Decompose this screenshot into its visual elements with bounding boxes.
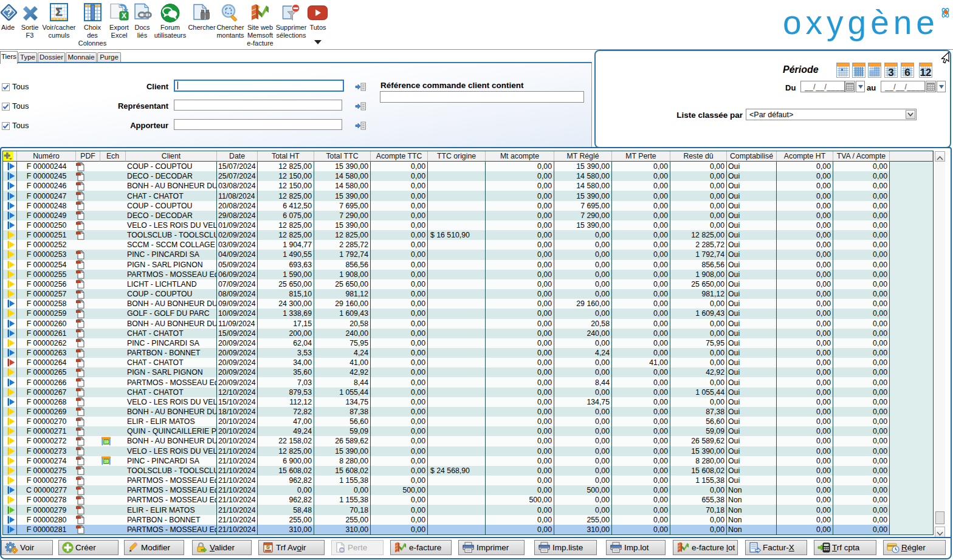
svg-text:3: 3 (888, 67, 893, 78)
svg-text:12: 12 (920, 67, 932, 78)
svg-text:$: $ (267, 545, 269, 550)
svg-text:10: 10 (104, 440, 109, 444)
svg-text:Σ: Σ (55, 5, 62, 18)
svg-text:10: 10 (104, 459, 109, 463)
svg-text:X: X (122, 12, 126, 20)
svg-text:?: ? (5, 7, 12, 19)
svg-text:6: 6 (904, 67, 910, 78)
